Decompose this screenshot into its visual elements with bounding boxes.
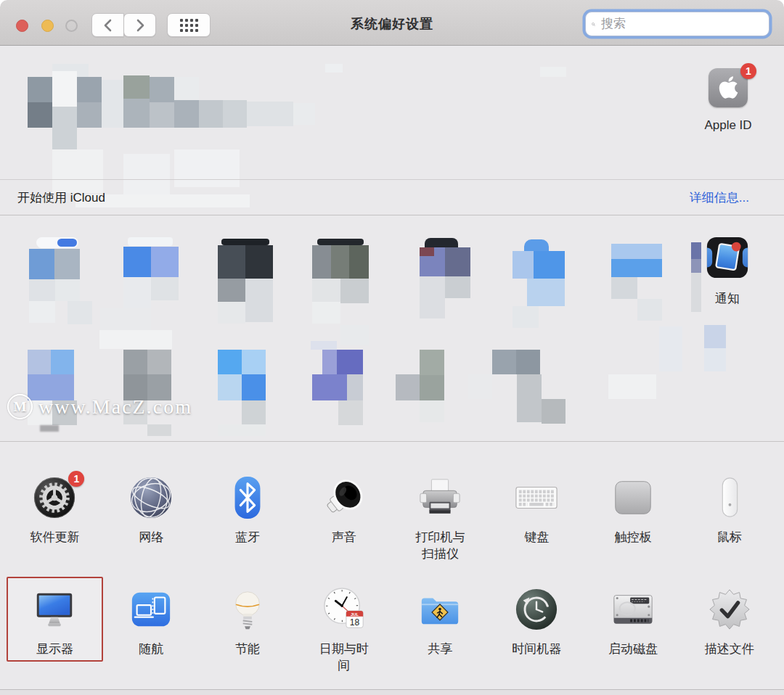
mosaic-block [174, 100, 199, 128]
mosaic-block [325, 64, 343, 73]
pref-item-sharing[interactable]: 共享 [392, 577, 489, 662]
mosaic-block [68, 301, 92, 324]
pref-item-label: 节能 [235, 641, 260, 657]
watermark-text: www.MacZ.com [38, 395, 192, 419]
mosaic-block [29, 279, 55, 323]
apple-id-label: Apple ID [688, 118, 768, 133]
mosaic-block [517, 374, 542, 422]
sound-speaker-icon [322, 475, 367, 520]
apple-id-icon: 1 [709, 68, 748, 107]
mosaic-block [611, 277, 637, 299]
chevron-left-icon [103, 19, 113, 32]
pref-item-label: 触控板 [614, 529, 651, 546]
window-title: 系统偏好设置 [283, 15, 501, 33]
forward-button[interactable] [123, 13, 156, 37]
mosaic-block [151, 277, 179, 300]
back-button[interactable] [91, 13, 124, 37]
pref-item-network[interactable]: 网络 [103, 442, 200, 569]
traffic-light-close-button[interactable] [16, 20, 28, 32]
mosaic-block [312, 279, 340, 302]
keyboard-icon [514, 475, 559, 520]
mosaic-block [28, 77, 52, 128]
mosaic-block [174, 77, 199, 100]
pref-item-label: 描述文件 [705, 641, 754, 657]
pref-item-label: 显示器 [36, 641, 73, 657]
mosaic-block [542, 399, 565, 424]
mosaic-block [513, 306, 539, 328]
mosaic-block [218, 374, 266, 400]
pref-item-label: 随航 [139, 641, 163, 657]
pref-item-sound[interactable]: 声音 [295, 442, 392, 569]
pref-item-trackpad[interactable]: 触控板 [585, 442, 682, 569]
mosaic-block [311, 341, 337, 350]
pref-item-bluetooth[interactable]: 蓝牙 [200, 442, 296, 569]
svg-text:18: 18 [349, 617, 359, 628]
apple-id-button[interactable]: 1 Apple ID [688, 68, 768, 133]
mosaic-block [218, 350, 266, 374]
pref-item-profiles[interactable]: 描述文件 [681, 577, 777, 662]
pref-item-label: 时间机器 [512, 641, 561, 657]
mosaic-block [147, 424, 171, 436]
pref-item-mouse[interactable]: 鼠标 [681, 442, 777, 569]
details-link[interactable]: 详细信息... [690, 189, 749, 206]
mosaic-block [420, 247, 434, 256]
pref-item-keyboard[interactable]: 键盘 [489, 442, 585, 569]
mosaic-block [659, 326, 682, 371]
pref-row-1: 1 软件更新 [0, 442, 784, 569]
mosaic-block [28, 350, 74, 374]
toolbar: 系统偏好设置 [0, 0, 784, 46]
shared-folder-icon [417, 587, 462, 632]
window-bottom-edge [0, 689, 784, 695]
time-machine-icon [514, 587, 559, 632]
pref-item-printers-scanners[interactable]: 打印机与扫描仪 [392, 442, 489, 569]
pref-item-label: 声音 [332, 529, 356, 546]
mosaic-block [312, 302, 340, 324]
icloud-row-label: 开始使用 iCloud [17, 189, 105, 206]
pref-item-displays[interactable]: 显示器 [7, 577, 103, 662]
watermark-logo-icon: M [7, 394, 33, 419]
traffic-light-zoom-button [65, 20, 78, 32]
pref-item-time-machine[interactable]: 时间机器 [489, 577, 585, 662]
pref-item-label: 鼠标 [717, 529, 742, 546]
show-all-grid-button[interactable] [167, 13, 211, 37]
notification-badge: 1 [68, 471, 84, 487]
mosaic-block [312, 374, 363, 400]
pref-item-startup-disk[interactable]: 启动磁盘 [585, 577, 682, 662]
printer-icon [417, 475, 462, 520]
network-globe-icon [128, 475, 173, 520]
mosaic-block [425, 238, 458, 247]
mosaic-block [199, 100, 247, 128]
mosaic-block [293, 103, 315, 125]
notifications-icon [706, 237, 748, 279]
mosaic-block [102, 80, 123, 128]
svg-text:JUL: JUL [351, 612, 359, 617]
search-input[interactable] [600, 16, 763, 32]
pref-item-software-update[interactable]: 1 软件更新 [7, 442, 103, 569]
mosaic-block [396, 374, 420, 400]
pref-item-label: 蓝牙 [235, 529, 260, 546]
mosaic-block [338, 400, 363, 425]
traffic-light-minimize-button[interactable] [41, 20, 54, 32]
mosaic-block [322, 350, 363, 374]
hard-drive-icon [611, 587, 656, 632]
trackpad-icon [611, 475, 656, 520]
display-icon [32, 587, 77, 632]
mosaic-block [40, 425, 59, 432]
mosaic-block [468, 374, 492, 399]
pref-item-energy-saver[interactable]: 节能 [200, 577, 296, 662]
mosaic-block [420, 350, 444, 400]
mosaic-block [704, 325, 726, 371]
pref-item-date-time[interactable]: JUL 18 日期与时间 [295, 577, 392, 662]
mosaic-block [128, 237, 173, 246]
search-field[interactable] [585, 12, 769, 36]
mosaic-block [420, 276, 445, 318]
mosaic-block [218, 424, 266, 436]
mosaic-block [340, 279, 369, 303]
watermark: M www.MacZ.com [7, 394, 192, 419]
pref-item-notifications[interactable]: 通知 [691, 237, 764, 307]
mosaic-block [540, 67, 566, 77]
pref-item-label: 键盘 [524, 529, 549, 546]
mosaic-block [245, 279, 273, 322]
pref-item-label: 软件更新 [30, 529, 79, 546]
pref-item-sidecar[interactable]: 随航 [103, 577, 200, 662]
